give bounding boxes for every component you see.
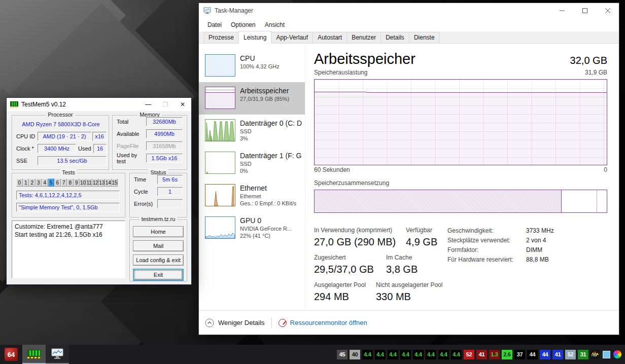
tray-sensor-chip[interactable]: 52 [565, 350, 576, 359]
links-group: testmem.tz.ru HomeMailLoad config & exit… [129, 220, 187, 281]
tray-sensor-chip[interactable]: 40 [350, 350, 360, 359]
testmem5-titlebar[interactable]: TestMem5 v0.12 — ❐ ✕ [7, 98, 191, 111]
log-output: Customize: Extreme1 @anta777 Start testi… [12, 221, 125, 278]
testmem5-window: TestMem5 v0.12 — ❐ ✕ Processor AMD Ryzen… [6, 97, 192, 285]
tab[interactable]: Prozesse [203, 32, 239, 43]
window-title: TestMem5 v0.12 [21, 101, 140, 108]
test-number-chip[interactable]: 1 [23, 178, 29, 187]
taskbar-app-testmem5[interactable] [22, 345, 46, 364]
menu-item[interactable]: Datei [203, 19, 226, 30]
test-number-chip[interactable]: 13 [99, 178, 106, 187]
window-title: Task-Manager [215, 7, 550, 14]
tests-sequence: Tests: 4,6,1,12,2,4,12,2,5 [16, 191, 120, 200]
test-number-chip[interactable]: 10 [80, 178, 86, 187]
testmem-button[interactable]: Load config & exit [133, 254, 184, 266]
hardware-info-value: 3733 MHz [526, 226, 554, 236]
menu-item[interactable]: Ansicht [261, 19, 289, 30]
close-button[interactable]: ✕ [174, 98, 191, 111]
tab[interactable]: Benutzer [346, 32, 381, 43]
tray-sensor-chip[interactable]: 41 [552, 350, 563, 359]
test-number-chip[interactable]: 8 [67, 178, 74, 187]
test-number-chip[interactable]: 7 [61, 178, 67, 187]
hardware-info-value: 2 von 4 [526, 236, 546, 245]
test-number-chip[interactable]: 9 [74, 178, 80, 187]
stat-label: Zugesichert [314, 253, 386, 262]
menu-item[interactable]: Optionen [227, 19, 260, 30]
test-number-chip[interactable]: 2 [29, 178, 36, 187]
tab[interactable]: App-Verlauf [271, 32, 313, 43]
tray-sensor-chip[interactable]: 2.6 [502, 350, 512, 359]
memory-row: Available 4990Mb [113, 128, 187, 140]
testmem-button[interactable]: Mail [133, 240, 184, 251]
close-button[interactable] [596, 3, 619, 18]
sidebar-item-disk1[interactable]: Datenträger 1 (F: G SSD 0% [199, 147, 305, 179]
sidebar-item-disk0[interactable]: Datenträger 0 (C: D SSD 3% [199, 115, 305, 147]
test-number-chip[interactable]: 11 [86, 178, 93, 187]
tab[interactable]: Autostart [312, 32, 347, 43]
testmem-button[interactable]: Exit [133, 269, 184, 281]
tray-blue-square-icon[interactable] [602, 350, 611, 359]
tray-sensor-chip[interactable]: 4.4 [362, 350, 373, 359]
less-details-button[interactable]: Weniger Details [205, 318, 265, 327]
tray-sensor-chip[interactable]: 4.4 [400, 350, 411, 359]
taskbar-app-aida64[interactable]: 64 [0, 345, 22, 364]
test-number-chip[interactable]: 6 [54, 178, 61, 187]
tab[interactable]: Details [380, 32, 409, 43]
test-number-chip[interactable]: 5 [48, 178, 55, 187]
test-number-chip[interactable]: 4 [42, 178, 48, 187]
hardware-info-label: Für Hardware reserviert: [447, 255, 526, 265]
open-resource-monitor-link[interactable]: Ressourcenmonitor öffnen [279, 319, 367, 327]
stat-value: 294 MB [314, 289, 376, 304]
test-number-chip[interactable]: 15 [112, 178, 118, 187]
memory-detail-panel: Arbeitsspeicher 32,0 GB Speicherauslastu… [305, 44, 619, 310]
task-manager-titlebar[interactable]: Task-Manager [199, 3, 619, 18]
minimize-button[interactable]: — [140, 98, 157, 111]
tray-sensor-chip[interactable]: 45 [337, 350, 348, 359]
test-number-chip[interactable]: 14 [105, 178, 112, 187]
testmem-button[interactable]: Home [133, 226, 184, 237]
group-label: Processor [46, 112, 75, 118]
tray-sensor-chip[interactable]: 4.4 [388, 350, 398, 359]
status-row-label: Time [134, 176, 157, 183]
test-number-chip[interactable]: 12 [92, 178, 99, 187]
group-label: Tests [60, 169, 77, 175]
tray-sensor-chip[interactable]: 1.3 [489, 350, 500, 359]
sidebar-item-sub: SSD [240, 160, 301, 167]
stat-label: In Verwendung (komprimiert) [314, 226, 406, 234]
sidebar-item-ethernet[interactable]: Ethernet Ethernet Ges.: 0 Empf.: 0 KBit/… [199, 179, 305, 212]
status-row-value: 5m 6s [157, 175, 183, 184]
tray-sensor-chip[interactable]: 4.4 [413, 350, 424, 359]
tab[interactable]: Leistung [238, 31, 271, 44]
tray-sensor-chip[interactable]: 4.4 [375, 350, 386, 359]
sidebar-item-sub: 3% [240, 135, 302, 142]
maximize-button[interactable] [573, 3, 596, 18]
tab[interactable]: Dienste [409, 32, 440, 43]
minimize-button[interactable] [550, 3, 573, 18]
tray-color-wheel-icon[interactable] [613, 350, 622, 359]
maximize-button: ❐ [157, 98, 174, 111]
usage-graph-label: Speicherauslastung [314, 69, 367, 77]
tray-sensor-chip[interactable]: 4.4 [426, 350, 436, 359]
task-manager-icon [203, 7, 211, 14]
tray-sensor-chip[interactable]: 4.4 [438, 350, 449, 359]
tray-sensor-chip[interactable]: 41 [476, 350, 487, 359]
tray-sensor-chip[interactable]: 4.4 [451, 350, 462, 359]
sidebar-item-sub: 27,0/31,9 GB (85%) [240, 95, 289, 102]
status-row-value [157, 199, 183, 208]
tray-sensor-chip[interactable]: 44 [540, 350, 550, 359]
tray-sensor-chip[interactable]: 44 [527, 350, 538, 359]
sidebar-item-sub: 0% [240, 167, 301, 174]
taskbar-app-task-manager[interactable] [46, 345, 69, 364]
hwinfo-icon[interactable] [591, 350, 600, 359]
sidebar-item-cpu[interactable]: CPU 100% 4,32 GHz [199, 50, 305, 82]
tray-sensor-chip[interactable]: 52 [464, 350, 474, 359]
sidebar-item-memory[interactable]: Arbeitsspeicher 27,0/31,9 GB (85%) [199, 82, 305, 115]
sidebar-item-sub: Ges.: 0 Empf.: 0 KBit/s [240, 200, 296, 207]
current-test: "Simple Memory Test", 0, 1.5Gb [16, 203, 120, 212]
test-number-chip[interactable]: 0 [16, 178, 23, 187]
tray-sensor-chip[interactable]: 31 [578, 350, 588, 359]
tray-sensor-chip[interactable]: 37 [514, 350, 525, 359]
test-number-chip[interactable]: 3 [36, 178, 42, 187]
sidebar-item-gpu[interactable]: GPU 0 NVIDIA GeForce R... 22% (41 °C) [199, 212, 305, 244]
sidebar-item-title: GPU 0 [240, 216, 292, 225]
